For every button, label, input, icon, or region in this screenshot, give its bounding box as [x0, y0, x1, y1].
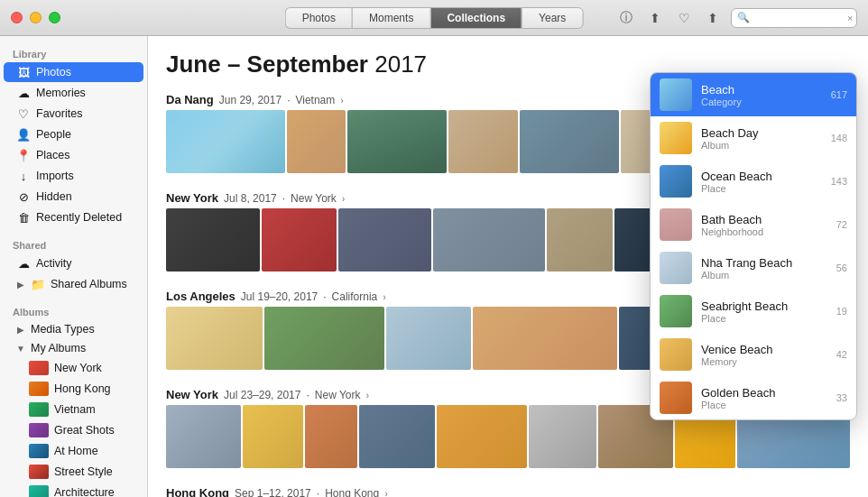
my-albums-toggle[interactable]: ▼	[16, 344, 25, 353]
search-result-item-venice-beach[interactable]: Venice Beach Memory 42	[651, 333, 856, 376]
sidebar-album-vietnam[interactable]: Vietnam	[4, 400, 143, 419]
photo-cell[interactable]	[166, 307, 263, 370]
result-text: Beach Category	[701, 83, 822, 107]
photo-cell[interactable]	[386, 307, 471, 370]
photo-cell[interactable]	[166, 208, 260, 272]
search-results-list: Beach Category 617 Beach Day Album 148 O…	[651, 73, 856, 419]
photo-cell[interactable]	[264, 307, 385, 370]
search-input[interactable]: Beach	[753, 12, 844, 24]
collection-separator-4: ·	[317, 487, 319, 498]
photo-cell[interactable]	[437, 405, 527, 468]
sidebar-album-street-style[interactable]: Street Style	[4, 462, 143, 482]
sidebar-imports-label: Imports	[36, 170, 74, 182]
result-count: 617	[831, 89, 847, 100]
sidebar-photos-label: Photos	[36, 66, 71, 78]
result-count: 42	[836, 349, 847, 360]
close-button[interactable]	[11, 12, 23, 23]
photo-cell[interactable]	[166, 110, 285, 173]
search-result-item-seabright-beach[interactable]: Seabright Beach Place 19	[651, 290, 856, 333]
info-button[interactable]: ⓘ	[615, 7, 637, 29]
search-box[interactable]: 🔍 Beach ×	[731, 8, 857, 28]
places-icon: 📍	[16, 148, 31, 162]
photo-cell[interactable]	[473, 307, 617, 370]
heart-button[interactable]: ♡	[673, 7, 695, 29]
collection-title: New York	[166, 388, 218, 401]
sidebar-item-photos[interactable]: 🖼 Photos	[4, 62, 143, 82]
shared-albums-toggle[interactable]: ▶	[16, 280, 25, 289]
chevron-right-icon: ›	[384, 488, 388, 498]
sidebar-album-hong-kong[interactable]: Hong Kong	[4, 379, 143, 399]
hidden-icon: ⊘	[16, 189, 31, 204]
sidebar-album-great-shots[interactable]: Great Shots	[4, 420, 143, 440]
sidebar-album-at-home-label: At Home	[54, 445, 98, 457]
title-bar: Photos Moments Collections Years ⓘ ⬆ ♡ ⬆…	[0, 0, 868, 36]
sidebar-shared-albums-label: Shared Albums	[51, 278, 127, 290]
media-types-toggle[interactable]: ▶	[16, 325, 25, 334]
people-icon: 👤	[16, 127, 31, 142]
search-result-item-beach-day[interactable]: Beach Day Album 148	[651, 116, 856, 160]
sidebar-item-imports[interactable]: ↓ Imports	[4, 166, 143, 186]
photo-cell[interactable]	[520, 110, 619, 173]
photo-cell[interactable]	[262, 208, 337, 272]
sidebar-item-favorites[interactable]: ♡ Favorites	[4, 104, 143, 124]
minimize-button[interactable]	[30, 12, 42, 23]
photo-cell[interactable]	[243, 405, 303, 468]
photo-cell[interactable]	[347, 110, 447, 173]
sidebar-item-memories[interactable]: ☁ Memories	[4, 83, 143, 103]
result-subtitle: Place	[701, 183, 822, 194]
photo-cell[interactable]	[359, 405, 434, 468]
tab-years[interactable]: Years	[522, 7, 583, 29]
search-result-item-beach-category[interactable]: Beach Category 617	[651, 73, 856, 116]
sidebar-item-recently-deleted[interactable]: 🗑 Recently Deleted	[4, 207, 143, 227]
collection-title: New York	[166, 191, 218, 205]
architecture-album-icon	[29, 485, 49, 497]
sidebar-item-shared-albums[interactable]: ▶ 📁 Shared Albums	[4, 274, 143, 294]
search-clear-button[interactable]: ×	[847, 13, 853, 23]
window-controls	[11, 12, 60, 23]
collection-date: Sep 1–12, 2017	[235, 487, 311, 498]
sidebar-album-at-home[interactable]: At Home	[4, 441, 143, 461]
search-dropdown: Beach Category 617 Beach Day Album 148 O…	[650, 72, 857, 420]
memories-icon: ☁	[16, 86, 31, 100]
search-result-item-nha-trang-beach[interactable]: Nha Trang Beach Album 56	[651, 246, 856, 290]
sidebar-item-places[interactable]: 📍 Places	[4, 145, 143, 165]
sidebar-item-activity[interactable]: ☁ Activity	[4, 253, 143, 273]
result-text: Ocean Beach Place	[701, 170, 822, 194]
sidebar: Library 🖼 Photos ☁ Memories ♡ Favorites …	[0, 36, 148, 497]
tab-moments[interactable]: Moments	[352, 7, 429, 29]
search-result-item-bath-beach[interactable]: Bath Beach Neighborhood 72	[651, 203, 856, 246]
search-result-item-golden-beach[interactable]: Golden Beach Place 33	[651, 376, 856, 419]
result-title: Ocean Beach	[701, 170, 822, 183]
photo-cell[interactable]	[166, 405, 241, 468]
photo-cell[interactable]	[305, 405, 357, 468]
photo-cell[interactable]	[547, 208, 613, 272]
sidebar-album-architecture[interactable]: Architecture	[4, 483, 143, 497]
photo-cell[interactable]	[338, 208, 432, 272]
share-button[interactable]: ⬆	[644, 7, 666, 29]
photo-cell[interactable]	[433, 208, 545, 272]
icloud-button[interactable]: ⬆	[702, 7, 724, 29]
collection-date: Jul 8, 2017	[224, 192, 277, 205]
sidebar-item-media-types[interactable]: ▶ Media Types	[4, 320, 143, 338]
maximize-button[interactable]	[49, 12, 60, 23]
result-text: Beach Day Album	[701, 126, 822, 151]
result-subtitle: Category	[701, 97, 822, 107]
tab-collections[interactable]: Collections	[429, 7, 522, 29]
collection-hk-label[interactable]: Hong Kong Sep 1–12, 2017 · Hong Kong ›	[166, 486, 850, 497]
result-title: Beach Day	[701, 126, 822, 140]
collection-location: New York	[315, 389, 361, 401]
photo-cell[interactable]	[287, 110, 346, 173]
photo-cell[interactable]	[448, 110, 518, 173]
imports-icon: ↓	[16, 169, 31, 183]
great-shots-album-icon	[29, 423, 49, 437]
sidebar-places-label: Places	[36, 149, 70, 161]
sidebar-item-hidden[interactable]: ⊘ Hidden	[4, 187, 143, 207]
sidebar-album-new-york[interactable]: New York	[4, 358, 143, 378]
result-thumb	[660, 382, 692, 414]
sidebar-item-my-albums[interactable]: ▼ My Albums	[4, 339, 143, 357]
tab-photos[interactable]: Photos	[285, 7, 352, 29]
sidebar-item-people[interactable]: 👤 People	[4, 124, 143, 144]
photo-cell[interactable]	[529, 405, 596, 468]
result-text: Nha Trang Beach Album	[701, 256, 827, 281]
search-result-item-ocean-beach[interactable]: Ocean Beach Place 143	[651, 160, 856, 203]
